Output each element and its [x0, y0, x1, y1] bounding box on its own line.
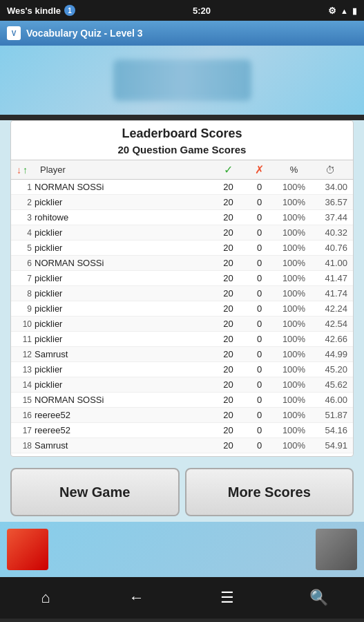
row-wrong: 0	[244, 288, 275, 299]
row-time: 41.00	[313, 258, 347, 268]
row-pct: 100%	[275, 288, 313, 299]
leaderboard-subtitle: 20 Question Game Scores	[11, 142, 353, 160]
row-correct: 20	[213, 395, 244, 405]
row-name: Samrust	[32, 440, 213, 451]
table-row: 6 NORMAN SOSSi 20 0 100% 41.00	[11, 256, 353, 271]
row-correct: 20	[213, 243, 244, 253]
nav-back-button[interactable]: ←	[122, 583, 152, 613]
row-pct: 100%	[275, 227, 313, 238]
row-name: picklier	[32, 288, 213, 299]
row-pct: 100%	[275, 334, 313, 344]
row-pct: 100%	[275, 455, 313, 456]
row-correct: 20	[213, 364, 244, 375]
row-pct: 100%	[275, 197, 313, 207]
main-content: Leaderboard Scores 20 Question Game Scor…	[0, 120, 364, 522]
row-wrong: 0	[244, 395, 275, 405]
row-correct: 20	[213, 425, 244, 435]
more-scores-button[interactable]: More Scores	[185, 468, 354, 516]
row-name: Samrust	[32, 349, 213, 359]
row-pct: 100%	[275, 410, 313, 420]
row-correct: 20	[213, 197, 244, 207]
row-pct: 100%	[275, 364, 313, 375]
title-bar: V Vocabulary Quiz - Level 3	[0, 21, 364, 46]
row-rank: 3	[17, 213, 32, 223]
row-time: 40.76	[313, 243, 347, 253]
row-rank: 7	[17, 274, 32, 283]
row-name: picklier	[32, 303, 213, 314]
row-rank: 15	[17, 395, 32, 405]
row-correct: 20	[213, 273, 244, 283]
row-rank: 18	[17, 441, 32, 451]
row-rank: 6	[17, 258, 32, 268]
row-wrong: 0	[244, 364, 275, 375]
banner-image	[113, 59, 251, 101]
row-pct: 100%	[275, 182, 313, 192]
battery-icon	[352, 6, 357, 16]
row-wrong: 0	[244, 197, 275, 207]
table-row: 5 picklier 20 0 100% 40.76	[11, 241, 353, 256]
row-time: 46.00	[313, 395, 347, 405]
row-rank: 11	[17, 334, 32, 344]
col-header-player: Player	[37, 164, 213, 175]
row-time: 45.20	[313, 364, 347, 375]
row-correct: 20	[213, 288, 244, 299]
nav-menu-button[interactable]: ☰	[212, 583, 242, 613]
x-header-icon: ✗	[255, 164, 264, 176]
row-rank: 1	[17, 182, 32, 192]
row-time: 55.00	[313, 455, 347, 456]
row-name: NORMAN SOSSi	[32, 258, 213, 268]
nav-bar: ⌂ ← ☰ 🔍	[0, 577, 364, 619]
row-name: reeree52	[32, 410, 213, 420]
row-time: 41.74	[313, 288, 347, 299]
row-correct: 20	[213, 258, 244, 268]
row-name: reeree52	[32, 425, 213, 435]
row-name: picklier	[32, 227, 213, 238]
row-time: 54.16	[313, 425, 347, 435]
row-rank: 4	[17, 228, 32, 238]
row-wrong: 0	[244, 319, 275, 329]
row-name: NORMAN SOSSi	[32, 395, 213, 405]
nav-search-button[interactable]: 🔍	[303, 583, 334, 613]
row-time: 37.44	[313, 212, 347, 223]
sort-icons[interactable]: ↓ ↑	[17, 164, 37, 176]
app-name: Wes's kindle	[7, 6, 61, 16]
row-wrong: 0	[244, 334, 275, 344]
row-name: picklier	[32, 319, 213, 329]
wifi-icon	[341, 6, 348, 16]
new-game-button[interactable]: New Game	[10, 468, 180, 516]
row-wrong: 0	[244, 243, 275, 253]
bottom-right-thumbnail	[316, 529, 357, 570]
row-pct: 100%	[275, 349, 313, 359]
table-row: 3 rohitowe 20 0 100% 37.44	[11, 210, 353, 225]
leaderboard-panel: Leaderboard Scores 20 Question Game Scor…	[10, 120, 354, 457]
row-correct: 20	[213, 349, 244, 359]
search-icon: 🔍	[309, 589, 328, 607]
col-header-time: ⏱	[313, 164, 347, 176]
row-pct: 100%	[275, 212, 313, 223]
status-icons	[328, 6, 357, 16]
table-row: 9 picklier 20 0 100% 42.24	[11, 301, 353, 317]
row-correct: 20	[213, 227, 244, 238]
row-wrong: 0	[244, 425, 275, 435]
sort-down-icon[interactable]: ↓	[17, 164, 21, 176]
row-time: 41.47	[313, 273, 347, 283]
row-time: 36.57	[313, 197, 347, 207]
app-icon: V	[7, 26, 21, 40]
row-time: 54.91	[313, 440, 347, 451]
sort-up-icon[interactable]: ↑	[23, 164, 28, 176]
table-row: 15 NORMAN SOSSi 20 0 100% 46.00	[11, 393, 353, 408]
row-correct: 20	[213, 334, 244, 344]
nav-home-button[interactable]: ⌂	[30, 583, 61, 613]
table-row: 17 reeree52 20 0 100% 54.16	[11, 423, 353, 438]
home-icon: ⌂	[41, 589, 50, 607]
row-pct: 100%	[275, 425, 313, 435]
row-wrong: 0	[244, 182, 275, 192]
status-bar: Wes's kindle 1 5:20	[0, 0, 364, 21]
row-wrong: 0	[244, 258, 275, 268]
row-correct: 20	[213, 319, 244, 329]
back-icon: ←	[129, 589, 144, 607]
row-wrong: 0	[244, 212, 275, 223]
clock-header-icon: ⏱	[325, 164, 335, 176]
window-title: Vocabulary Quiz - Level 3	[26, 28, 143, 39]
table-row: 13 picklier 20 0 100% 45.20	[11, 362, 353, 377]
